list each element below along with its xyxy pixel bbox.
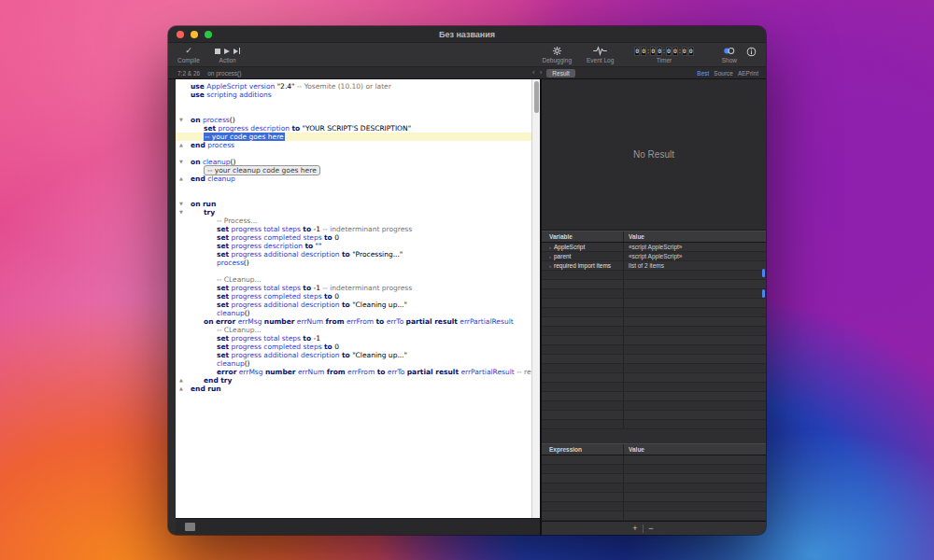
code-line[interactable]: -- your cleanup code goes here	[176, 166, 531, 175]
code-line[interactable]: set progress total steps to -1	[176, 334, 531, 343]
result-tab-bar: ‹ › Result Best Source AEPrint	[532, 68, 758, 77]
event-log-button[interactable]: Event Log	[587, 46, 614, 63]
disclosure-triangle-icon[interactable]: ▼	[179, 208, 191, 217]
forward-arrow-icon[interactable]: ›	[540, 68, 543, 77]
run-icon[interactable]	[224, 49, 230, 54]
code-line[interactable]: process()	[176, 259, 531, 267]
editor-horizontal-scrollbar[interactable]	[176, 518, 540, 535]
code-line[interactable]	[176, 191, 531, 200]
disclosure-triangle-icon[interactable]: ▼	[179, 200, 191, 208]
code-line[interactable]: set progress completed steps to 0	[176, 343, 531, 351]
table-row[interactable]: ›parent«script AppleScript»	[542, 252, 766, 261]
editor-vertical-scrollbar[interactable]	[531, 79, 540, 518]
variables-table[interactable]: ›AppleScript«script AppleScript»›parent«…	[542, 243, 766, 443]
gutter-space	[179, 191, 191, 200]
code-line[interactable]: use AppleScript version "2.4" -- Yosemit…	[176, 82, 531, 91]
event-log-label: Event Log	[587, 57, 614, 63]
minimize-button[interactable]	[191, 31, 198, 38]
gutter-space	[179, 133, 191, 141]
code-line[interactable]: ▼on process()	[176, 116, 531, 124]
row-value-cell	[624, 364, 766, 372]
table-row[interactable]: ›AppleScript«script AppleScript»	[542, 243, 766, 252]
code-line[interactable]: set progress additional description to "…	[176, 250, 531, 259]
code-line[interactable]	[176, 267, 531, 275]
view-mode-best[interactable]: Best	[697, 70, 709, 77]
row-value-cell	[624, 271, 766, 279]
stop-icon[interactable]	[215, 49, 220, 54]
variable-column-header[interactable]: Variable	[542, 231, 624, 242]
code-line[interactable]: use scripting additions	[176, 91, 531, 99]
titlebar[interactable]: Без названия	[168, 26, 766, 43]
code-line[interactable]: set progress description to "YOUR SCRIPT…	[176, 124, 531, 133]
expression-table[interactable]	[542, 455, 766, 521]
code-line[interactable]: -- CLeanup...	[176, 275, 531, 284]
code-line[interactable]: -- your code goes here	[176, 133, 531, 141]
zoom-button[interactable]	[205, 31, 212, 38]
table-row	[542, 299, 766, 308]
code-line[interactable]: set progress additional description to "…	[176, 301, 531, 309]
disclosure-icon[interactable]: ›	[549, 254, 551, 259]
disclosure-triangle-icon[interactable]: ▼	[179, 116, 191, 124]
compile-button[interactable]: ✓ Compile	[177, 46, 200, 63]
gutter-space	[179, 124, 191, 133]
code-line[interactable]: set progress completed steps to 0	[176, 292, 531, 301]
code-line[interactable]: set progress additional description to "…	[176, 351, 531, 359]
close-button[interactable]	[177, 31, 184, 38]
code-line[interactable]: cleanup()	[176, 359, 531, 368]
code-line[interactable]: set progress total steps to -1 -- indete…	[176, 284, 531, 292]
code-line[interactable]: cleanup()	[176, 309, 531, 317]
gutter-space	[179, 225, 191, 233]
gear-icon	[552, 46, 562, 56]
info-button[interactable]	[746, 47, 757, 57]
code-line[interactable]: error errMsg number errNum from errFrom …	[176, 368, 531, 376]
disclosure-icon[interactable]: ›	[549, 245, 551, 250]
disclosure-triangle-icon[interactable]: ▲	[179, 385, 191, 393]
expression-column-header[interactable]: Expression	[542, 444, 624, 455]
table-row	[542, 483, 766, 493]
horizontal-scrollbar-thumb[interactable]	[185, 523, 195, 531]
table-row	[542, 392, 766, 401]
vertical-scrollbar-thumb[interactable]	[534, 81, 539, 113]
code-line[interactable]	[176, 183, 531, 191]
code-line[interactable]: ▼try	[176, 208, 531, 217]
code-editor[interactable]: use AppleScript version "2.4" -- Yosemit…	[176, 79, 531, 518]
code-line[interactable]: -- Process...	[176, 217, 531, 225]
back-arrow-icon[interactable]: ‹	[532, 68, 535, 77]
row-name-cell	[542, 420, 624, 428]
result-tab[interactable]: Result	[546, 69, 574, 77]
table-row[interactable]: ›required import itemslist of 2 items	[542, 261, 766, 271]
remove-expression-button[interactable]: −	[644, 523, 658, 535]
disclosure-triangle-icon[interactable]: ▼	[179, 158, 191, 166]
add-expression-button[interactable]: +	[628, 523, 643, 535]
code-line[interactable]: ▲end process	[176, 141, 531, 149]
code-line[interactable]: set progress description to ""	[176, 242, 531, 250]
code-line[interactable]: ▼on run	[176, 200, 531, 208]
disclosure-triangle-icon[interactable]: ▲	[179, 141, 191, 149]
code-line[interactable]: set progress total steps to -1 -- indete…	[176, 225, 531, 233]
view-mode-aeprint[interactable]: AEPrint	[738, 70, 758, 77]
code-line[interactable]: set progress completed steps to 0	[176, 233, 531, 242]
row-name-cell	[542, 493, 624, 501]
code-line[interactable]: ▲end run	[176, 385, 531, 393]
view-mode-source[interactable]: Source	[714, 70, 733, 77]
disclosure-icon[interactable]: ›	[549, 263, 551, 269]
code-line[interactable]: on error errMsg number errNum from errFr…	[176, 317, 531, 326]
code-line[interactable]	[176, 107, 531, 116]
disclosure-triangle-icon[interactable]: ▲	[179, 175, 191, 183]
code-text: use AppleScript version "2.4" -- Yosemit…	[191, 82, 391, 91]
code-line[interactable]	[176, 99, 531, 107]
table-row	[542, 511, 766, 521]
code-line[interactable]	[176, 149, 531, 158]
code-text: use scripting additions	[191, 91, 272, 99]
disclosure-triangle-icon[interactable]: ▲	[179, 376, 191, 385]
table-row	[542, 455, 766, 465]
run-app-icon[interactable]	[234, 48, 241, 54]
value-column-header[interactable]: Value	[624, 444, 766, 455]
show-button[interactable]: Show	[722, 46, 737, 63]
timer-colon: :	[679, 48, 681, 54]
code-line[interactable]: ▲end cleanup	[176, 175, 531, 183]
code-line[interactable]: ▲end try	[176, 376, 531, 385]
debugging-button[interactable]: Debugging	[543, 46, 572, 63]
code-line[interactable]: -- CLeanup...	[176, 326, 531, 334]
value-column-header[interactable]: Value	[624, 231, 766, 242]
